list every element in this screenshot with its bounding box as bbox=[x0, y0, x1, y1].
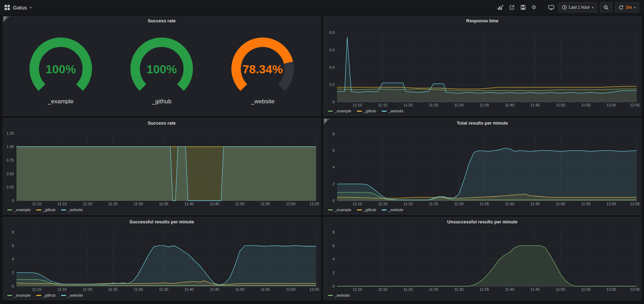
time-range-button[interactable]: Last 1 hour ▾ bbox=[558, 2, 597, 12]
gauge-github: 100% _github bbox=[122, 36, 202, 105]
gauge-value: 78.34% bbox=[243, 62, 283, 76]
legend-swatch-icon bbox=[61, 295, 66, 296]
y-tick-label: 1.00 bbox=[7, 144, 14, 149]
y-tick-label: 0 bbox=[12, 199, 14, 203]
x-tick-label: 12:05 bbox=[630, 202, 640, 206]
series-area bbox=[16, 246, 316, 286]
y-tick-label: 0.75 bbox=[7, 158, 14, 162]
panel-title[interactable]: Success rate bbox=[3, 16, 320, 25]
x-tick-label: 12:05 bbox=[309, 202, 319, 206]
gauge-website: 78.34% _website bbox=[222, 36, 303, 105]
x-tick-label: 11:10 bbox=[353, 287, 362, 291]
legend: _example_github_website bbox=[324, 108, 641, 116]
x-tick-label: 12:00 bbox=[607, 287, 616, 291]
panel-title[interactable]: Successful results per minute bbox=[3, 217, 320, 227]
legend-swatch-icon bbox=[7, 295, 12, 296]
navbar-left: Gatus ▾ bbox=[4, 5, 31, 10]
x-tick-label: 11:20 bbox=[403, 103, 413, 107]
chart-svg: 00.20.40.60.811:1011:1511:2011:2511:3011… bbox=[324, 25, 641, 108]
legend-item[interactable]: _website bbox=[328, 293, 350, 297]
panel-unsuccessful-results: Unsuccessful results per minute 0246811:… bbox=[323, 217, 641, 300]
legend-item[interactable]: _github bbox=[36, 293, 56, 297]
x-tick-label: 11:20 bbox=[83, 287, 92, 291]
legend-item[interactable]: _example bbox=[328, 109, 351, 113]
panel-title[interactable]: Unsuccessful results per minute bbox=[324, 217, 641, 227]
x-tick-label: 11:15 bbox=[58, 202, 67, 206]
refresh-button[interactable]: 1m ▾ bbox=[615, 2, 639, 12]
panel-title[interactable]: Success rate bbox=[3, 119, 320, 128]
y-tick-label: 8 bbox=[12, 230, 14, 234]
zoom-out-button[interactable] bbox=[600, 2, 612, 12]
x-tick-label: 11:15 bbox=[58, 287, 67, 291]
gauge-value: 100% bbox=[45, 62, 76, 76]
legend-swatch-icon bbox=[382, 111, 387, 112]
successful-results-chart[interactable]: 0246811:1011:1511:2011:2511:3011:3511:40… bbox=[3, 227, 320, 292]
x-tick-label: 11:25 bbox=[429, 287, 438, 291]
legend-swatch-icon bbox=[7, 209, 12, 210]
y-tick-label: 2 bbox=[332, 270, 335, 275]
add-panel-button[interactable] bbox=[496, 3, 505, 12]
legend-item[interactable]: _example bbox=[7, 208, 31, 212]
x-tick-label: 11:25 bbox=[108, 202, 118, 206]
x-tick-label: 12:05 bbox=[630, 103, 640, 107]
x-tick-label: 11:30 bbox=[454, 202, 464, 206]
x-tick-label: 11:35 bbox=[159, 287, 168, 291]
legend-swatch-icon bbox=[328, 295, 333, 296]
legend-item[interactable]: _website bbox=[61, 208, 83, 212]
zoom-out-icon bbox=[603, 5, 609, 10]
y-tick-label: 0.25 bbox=[7, 185, 14, 189]
y-tick-label: 0.8 bbox=[329, 30, 335, 35]
settings-button[interactable]: ⚙ bbox=[530, 3, 537, 12]
x-tick-label: 11:10 bbox=[353, 103, 362, 107]
cycle-view-button[interactable] bbox=[547, 3, 556, 12]
y-tick-label: 4 bbox=[332, 257, 335, 261]
legend-item[interactable]: _website bbox=[382, 109, 403, 113]
x-tick-label: 11:30 bbox=[134, 287, 143, 291]
panel-total-results: Total results per minute 0246811:1011:15… bbox=[323, 118, 641, 215]
gauge-label: _example bbox=[48, 98, 74, 105]
legend-item[interactable]: _github bbox=[357, 208, 376, 212]
legend-item[interactable]: _website bbox=[382, 208, 403, 212]
dashboard-title[interactable]: Gatus bbox=[13, 5, 27, 10]
gauge-svg: 78.34% bbox=[222, 36, 303, 96]
series-area bbox=[337, 148, 637, 201]
dashboard-caret-down-icon[interactable]: ▾ bbox=[30, 6, 31, 9]
x-tick-label: 12:05 bbox=[309, 287, 319, 291]
x-tick-label: 11:55 bbox=[581, 202, 591, 206]
x-tick-label: 11:50 bbox=[556, 202, 565, 206]
gauge-svg: 100% bbox=[21, 36, 101, 96]
legend: _example_github_website bbox=[3, 207, 320, 214]
x-tick-label: 11:45 bbox=[530, 202, 540, 206]
share-button[interactable] bbox=[508, 3, 516, 12]
panel-info-corner-icon[interactable] bbox=[3, 16, 9, 22]
x-tick-label: 11:35 bbox=[480, 287, 489, 291]
x-tick-label: 11:45 bbox=[210, 202, 219, 206]
panel-info-corner-icon[interactable] bbox=[324, 119, 330, 125]
y-tick-label: 4 bbox=[12, 257, 14, 261]
legend-item[interactable]: _github bbox=[36, 208, 56, 212]
series-area bbox=[16, 147, 316, 201]
x-tick-label: 11:10 bbox=[32, 202, 42, 206]
legend-swatch-icon bbox=[357, 209, 362, 210]
legend-item[interactable]: _example bbox=[328, 208, 351, 212]
legend-swatch-icon bbox=[382, 209, 387, 210]
x-tick-label: 11:35 bbox=[480, 202, 489, 206]
panel-title[interactable]: Total results per minute bbox=[324, 119, 641, 128]
panel-title[interactable]: Response time bbox=[324, 16, 641, 25]
x-tick-label: 11:20 bbox=[83, 202, 92, 206]
x-tick-label: 11:40 bbox=[184, 202, 194, 206]
total-results-chart[interactable]: 0246811:1011:1511:2011:2511:3011:3511:40… bbox=[324, 128, 641, 207]
legend-item[interactable]: _website bbox=[61, 293, 83, 297]
response-time-chart[interactable]: 00.20.40.60.811:1011:1511:2011:2511:3011… bbox=[324, 25, 641, 108]
unsuccessful-results-chart[interactable]: 0246811:1011:1511:2011:2511:3011:3511:40… bbox=[324, 227, 641, 292]
legend-item[interactable]: _example bbox=[7, 293, 31, 297]
dashboard-grid-icon[interactable] bbox=[4, 5, 10, 10]
x-tick-label: 11:40 bbox=[505, 287, 514, 291]
x-tick-label: 11:20 bbox=[403, 287, 413, 291]
success-rate-chart[interactable]: 00.250.500.751.001.2511:1011:1511:2011:2… bbox=[3, 128, 320, 207]
x-tick-label: 11:40 bbox=[505, 103, 514, 107]
save-button[interactable] bbox=[519, 3, 527, 12]
chart-svg: 0246811:1011:1511:2011:2511:3011:3511:40… bbox=[3, 227, 320, 292]
y-tick-label: 2 bbox=[332, 182, 335, 186]
legend-item[interactable]: _github bbox=[357, 109, 376, 113]
